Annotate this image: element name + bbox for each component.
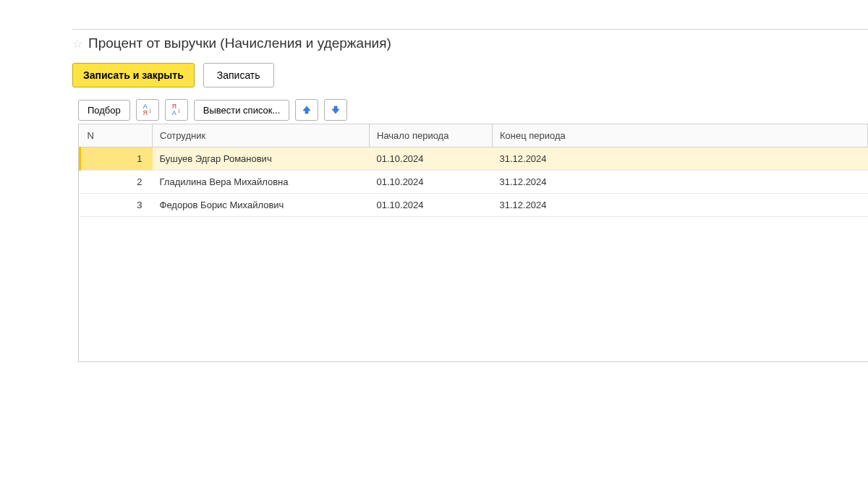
move-up-button[interactable] [295, 99, 318, 121]
cell-start[interactable]: 01.10.2024 [370, 194, 493, 217]
title-bar: ☆ Процент от выручки (Начисления и удерж… [72, 35, 868, 51]
favorite-star-icon[interactable]: ☆ [72, 37, 82, 51]
cell-employee[interactable]: Бушуев Эдгар Романович [153, 147, 370, 171]
cell-start[interactable]: 01.10.2024 [370, 171, 493, 194]
table-row[interactable]: 1Бушуев Эдгар Романович01.10.202431.12.2… [80, 147, 868, 171]
cell-n[interactable]: 3 [80, 194, 153, 217]
col-header-start[interactable]: Начало периода [370, 124, 493, 147]
page-title: Процент от выручки (Начисления и удержан… [88, 35, 391, 51]
save-button[interactable]: Записать [203, 63, 274, 87]
col-header-employee[interactable]: Сотрудник [153, 124, 370, 147]
cell-start[interactable]: 01.10.2024 [370, 147, 493, 171]
toolbar-table: Подбор АЯ ↓ ЯА ↓ Вывести список... [78, 99, 868, 121]
sort-desc-icon: ЯА [172, 103, 177, 116]
table-row[interactable]: 2Гладилина Вера Михайловна01.10.202431.1… [80, 171, 868, 194]
table-header-row: N Сотрудник Начало периода Конец периода [80, 124, 868, 147]
cell-n[interactable]: 2 [80, 171, 153, 194]
down-arrow-icon: ↓ [148, 106, 152, 114]
cell-employee[interactable]: Гладилина Вера Михайловна [153, 171, 370, 194]
cell-end[interactable]: 31.12.2024 [493, 147, 868, 171]
table-row[interactable]: 3Федоров Борис Михайлович01.10.202431.12… [80, 194, 868, 217]
move-down-button[interactable] [324, 99, 347, 121]
arrow-up-icon [302, 105, 312, 115]
arrow-down-icon [331, 105, 341, 115]
cell-end[interactable]: 31.12.2024 [493, 171, 868, 194]
down-arrow-icon: ↓ [177, 106, 181, 114]
toolbar-main: Записать и закрыть Записать [72, 63, 868, 87]
col-header-end[interactable]: Конец периода [493, 124, 868, 147]
cell-n[interactable]: 1 [80, 147, 153, 171]
col-header-n[interactable]: N [80, 124, 153, 147]
sort-desc-button[interactable]: ЯА ↓ [165, 99, 188, 121]
export-list-button[interactable]: Вывести список... [194, 100, 290, 121]
data-grid-container: N Сотрудник Начало периода Конец периода… [78, 124, 868, 362]
cell-end[interactable]: 31.12.2024 [493, 194, 868, 217]
employee-table[interactable]: N Сотрудник Начало периода Конец периода… [79, 124, 868, 217]
save-and-close-button[interactable]: Записать и закрыть [72, 63, 195, 87]
selection-button[interactable]: Подбор [78, 100, 130, 121]
sort-asc-button[interactable]: АЯ ↓ [136, 99, 159, 121]
sort-asc-icon: АЯ [143, 103, 148, 116]
cell-employee[interactable]: Федоров Борис Михайлович [153, 194, 370, 217]
